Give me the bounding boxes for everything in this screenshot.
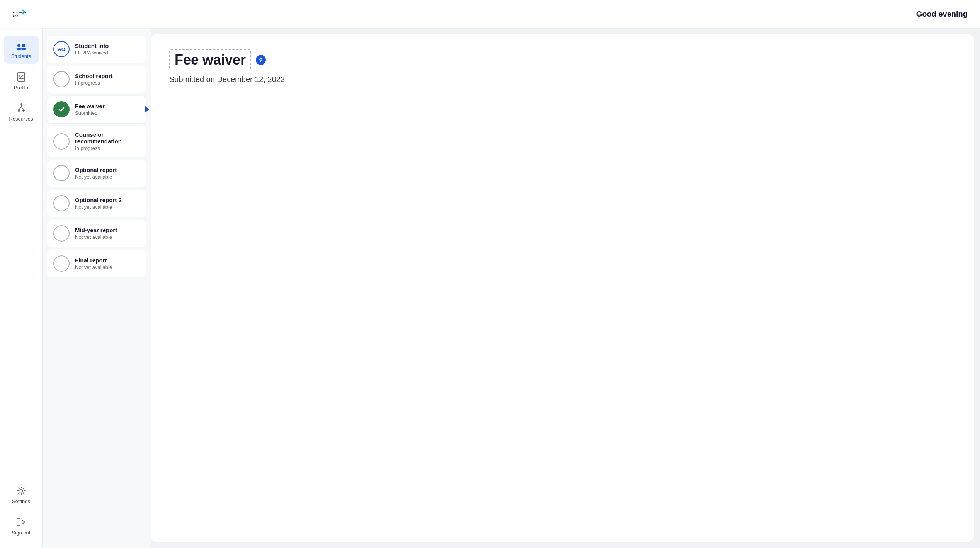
nav-item-counselor-recommendation[interactable]: Counselor recommendation In progress (47, 126, 146, 157)
content-subtitle: Submitted on December 12, 2022 (169, 75, 955, 84)
signout-icon (16, 517, 27, 528)
svg-rect-4 (17, 48, 21, 50)
school-report-text: School report In progress (75, 73, 113, 86)
fee-waiver-title: Fee waiver (75, 103, 105, 109)
nav-item-optional-report-2[interactable]: Optional report 2 Not yet available (47, 190, 146, 217)
final-report-subtitle: Not yet available (75, 264, 112, 270)
sidebar: Students Profile Resources Settings (0, 28, 43, 548)
sidebar-item-resources-label: Resources (9, 116, 33, 122)
mid-year-report-circle (53, 225, 70, 242)
sidebar-item-students[interactable]: Students (4, 36, 39, 64)
sidebar-item-profile-label: Profile (14, 85, 28, 90)
sidebar-item-resources[interactable]: Resources (4, 98, 39, 126)
content-title-row: Fee waiver ? (169, 49, 955, 70)
nav-item-optional-report[interactable]: Optional report Not yet available (47, 160, 146, 187)
sidebar-item-signout-label: Sign out (12, 530, 31, 536)
svg-line-9 (19, 107, 21, 110)
sidebar-bottom: Settings Sign out (0, 481, 42, 540)
svg-line-10 (21, 107, 24, 110)
counselor-rec-text: Counselor recommendation In progress (75, 131, 140, 151)
optional-report-2-subtitle: Not yet available (75, 204, 122, 210)
student-info-subtitle: FERPA waived (75, 50, 109, 56)
mid-year-report-subtitle: Not yet available (75, 234, 117, 240)
student-info-title: Student info (75, 43, 109, 49)
svg-point-11 (20, 103, 22, 105)
optional-report-2-circle (53, 195, 70, 211)
optional-report-circle (53, 165, 70, 181)
nav-item-final-report[interactable]: Final report Not yet available (47, 250, 146, 277)
main-wrapper: AO Student info FERPA waived School repo… (43, 28, 980, 548)
nav-item-student-info[interactable]: AO Student info FERPA waived (47, 36, 146, 63)
sidebar-item-settings-label: Settings (12, 499, 30, 504)
svg-rect-2 (17, 44, 20, 47)
final-report-text: Final report Not yet available (75, 257, 112, 270)
fee-waiver-subtitle: Submitted (75, 110, 105, 116)
counselor-rec-subtitle: In progress (75, 145, 140, 151)
content-title: Fee waiver (169, 49, 251, 70)
nav-arrow (145, 106, 149, 113)
logo: common app (12, 7, 26, 21)
nav-item-mid-year-report[interactable]: Mid-year report Not yet available (47, 220, 146, 247)
logo-icon: common app (12, 7, 26, 21)
svg-point-14 (20, 490, 22, 492)
optional-report-subtitle: Not yet available (75, 174, 117, 180)
svg-rect-3 (22, 44, 25, 47)
student-info-circle: AO (53, 41, 70, 57)
optional-report-2-title: Optional report 2 (75, 197, 122, 203)
final-report-title: Final report (75, 257, 112, 264)
settings-icon (16, 485, 27, 496)
fee-waiver-circle (53, 101, 70, 117)
content-area: Fee waiver ? Submitted on December 12, 2… (151, 34, 974, 542)
sidebar-item-students-label: Students (11, 53, 31, 59)
optional-report-text: Optional report Not yet available (75, 167, 117, 180)
sidebar-item-profile[interactable]: Profile (4, 67, 39, 95)
school-report-title: School report (75, 73, 113, 79)
svg-rect-5 (21, 48, 26, 50)
mid-year-report-title: Mid-year report (75, 227, 117, 233)
optional-report-title: Optional report (75, 167, 117, 173)
nav-panel: AO Student info FERPA waived School repo… (43, 28, 151, 548)
nav-item-school-report[interactable]: School report In progress (47, 66, 146, 93)
app-header: common app Good evening (0, 0, 980, 28)
resources-icon (16, 103, 27, 114)
mid-year-report-text: Mid-year report Not yet available (75, 227, 117, 240)
school-report-circle (53, 71, 70, 87)
fee-waiver-text: Fee waiver Submitted (75, 103, 105, 116)
optional-report-2-text: Optional report 2 Not yet available (75, 197, 122, 210)
greeting-text: Good evening (916, 10, 968, 19)
profile-icon (16, 71, 27, 82)
final-report-circle (53, 255, 70, 272)
help-icon[interactable]: ? (256, 55, 266, 65)
sidebar-item-signout[interactable]: Sign out (4, 512, 39, 540)
student-info-text: Student info FERPA waived (75, 43, 109, 56)
svg-point-13 (22, 109, 25, 112)
school-report-subtitle: In progress (75, 80, 113, 86)
nav-item-fee-waiver[interactable]: Fee waiver Submitted (47, 96, 146, 123)
sidebar-item-settings[interactable]: Settings (4, 481, 39, 509)
students-icon (16, 40, 27, 51)
svg-text:app: app (13, 14, 18, 18)
counselor-rec-title: Counselor recommendation (75, 131, 140, 145)
counselor-rec-circle (53, 133, 70, 150)
svg-point-12 (18, 109, 20, 112)
